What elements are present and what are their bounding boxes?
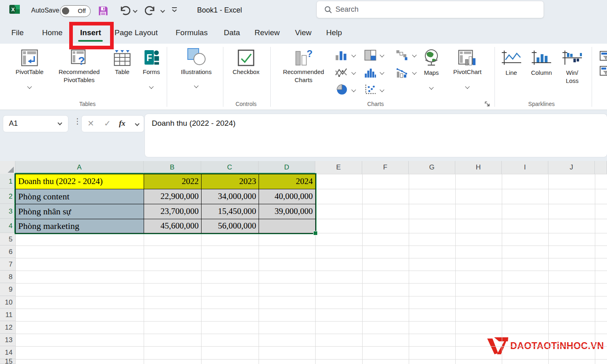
recommended-pivottables-button[interactable]: ? Recommended PivotTables (54, 49, 104, 84)
row-header-4[interactable]: 4 (0, 219, 15, 233)
search-input[interactable]: Search (316, 1, 544, 18)
cell-A2[interactable]: Phòng content (16, 189, 144, 204)
winloss-sparkline-button[interactable]: Win/ Loss (561, 49, 584, 85)
name-box[interactable]: A1 (3, 116, 68, 132)
cell-B2[interactable]: 22,900,000 (144, 189, 201, 204)
combo-chart-dropdown-icon[interactable] (412, 70, 416, 74)
undo-dropdown-icon[interactable] (133, 8, 137, 13)
formula-bar-grip-icon[interactable]: ⋮ (74, 116, 81, 126)
row-header-6[interactable]: 6 (0, 245, 15, 258)
column-header-A[interactable]: A (15, 161, 144, 174)
enter-icon[interactable]: ✓ (104, 119, 111, 128)
forms-button[interactable]: F Forms (139, 49, 163, 76)
column-header-G[interactable]: G (409, 161, 455, 174)
cell-C4[interactable]: 56,000,000 (202, 219, 259, 233)
tab-home[interactable]: Home (42, 28, 63, 37)
row-header-12[interactable]: 12 (0, 321, 15, 334)
histogram-chart-icon[interactable] (364, 67, 376, 78)
cell-A4[interactable]: Phòng marketing (16, 219, 144, 233)
column-header-B[interactable]: B (144, 161, 201, 174)
hierarchy-chart-dropdown-icon[interactable] (380, 53, 384, 57)
tab-page-layout[interactable]: Page Layout (115, 28, 158, 37)
column-header-H[interactable]: H (455, 161, 502, 174)
tab-data[interactable]: Data (224, 28, 240, 37)
cell-B3[interactable]: 23,700,000 (144, 204, 201, 219)
slicer-icon[interactable] (600, 51, 607, 61)
cancel-icon[interactable]: ✕ (87, 119, 94, 128)
row-header-11[interactable]: 11 (0, 309, 15, 321)
line-sparkline-button[interactable]: Line (500, 49, 522, 77)
pie-chart-dropdown-icon[interactable] (351, 87, 356, 92)
row-header-2[interactable]: 2 (0, 189, 15, 204)
scatter-chart-dropdown-icon[interactable] (380, 87, 384, 92)
column-header-partial[interactable] (595, 161, 607, 174)
row-header-5[interactable]: 5 (0, 233, 15, 245)
row-header-15[interactable]: 15 (0, 359, 15, 364)
cell-C2[interactable]: 34,000,000 (202, 189, 259, 204)
insert-function-icon[interactable]: fx (119, 119, 125, 128)
waterfall-chart-dropdown-icon[interactable] (412, 53, 416, 57)
column-header-J[interactable]: J (548, 161, 595, 174)
formula-input[interactable]: Doanh thu (2022 - 2024) (145, 114, 607, 157)
row-header-1[interactable]: 1 (0, 174, 15, 189)
column-chart-dropdown-icon[interactable] (351, 53, 356, 57)
pivotchart-button[interactable]: PivotChart (449, 49, 486, 76)
table-button[interactable]: Table (110, 49, 134, 76)
column-header-E[interactable]: E (315, 161, 362, 174)
row-header-8[interactable]: 8 (0, 271, 15, 283)
waterfall-chart-icon[interactable] (396, 50, 408, 61)
column-header-F[interactable]: F (362, 161, 409, 174)
name-box-dropdown-icon[interactable] (57, 121, 62, 125)
hierarchy-chart-icon[interactable] (364, 50, 376, 61)
illustrations-button[interactable]: Illustrations (174, 48, 219, 76)
cell-C3[interactable]: 15,450,000 (202, 204, 259, 219)
scatter-chart-icon[interactable] (364, 84, 376, 95)
redo-icon[interactable] (145, 5, 157, 17)
row-header-13[interactable]: 13 (0, 334, 15, 346)
checkbox-button[interactable]: Checkbox (230, 49, 262, 76)
recommended-charts-button[interactable]: ? Recommended Charts (278, 49, 329, 84)
cell-B4[interactable]: 45,600,000 (144, 219, 201, 233)
tab-formulas[interactable]: Formulas (176, 28, 208, 37)
line-chart-dropdown-icon[interactable] (351, 70, 356, 74)
column-sparkline-button[interactable]: Column (527, 49, 556, 77)
undo-icon[interactable] (118, 5, 130, 17)
tab-file[interactable]: File (11, 28, 24, 37)
cell-D1[interactable]: 2024 (259, 174, 315, 189)
timeline-icon[interactable] (600, 66, 607, 76)
cell-D2[interactable]: 40,000,000 (259, 189, 315, 204)
save-icon[interactable] (97, 5, 109, 17)
cell-C1[interactable]: 2023 (202, 174, 259, 189)
annotation-highlight-box (69, 22, 114, 49)
row-header-7[interactable]: 7 (0, 258, 15, 271)
function-dropdown-icon[interactable] (135, 121, 139, 126)
redo-dropdown-icon[interactable] (160, 8, 165, 13)
cell-A3[interactable]: Phòng nhân sự (16, 204, 144, 219)
tab-review[interactable]: Review (255, 28, 280, 37)
cell-A1[interactable]: Doanh thu (2022 - 2024) (16, 174, 144, 189)
pie-chart-icon[interactable] (336, 84, 348, 95)
charts-dialog-launcher-icon[interactable] (484, 101, 490, 107)
column-chart-icon[interactable] (335, 50, 347, 61)
cell-D3[interactable]: 39,000,000 (259, 204, 315, 219)
autosave-toggle[interactable]: Off (60, 5, 91, 17)
line-chart-icon[interactable] (335, 67, 347, 78)
column-header-I[interactable]: I (502, 161, 548, 174)
maps-button[interactable]: Maps (419, 49, 444, 77)
pivottable-button[interactable]: PivotTable (15, 49, 44, 76)
histogram-chart-dropdown-icon[interactable] (380, 70, 384, 74)
combo-chart-icon[interactable] (396, 67, 408, 78)
fill-handle[interactable] (313, 231, 318, 235)
row-header-9[interactable]: 9 (0, 283, 15, 296)
column-header-C[interactable]: C (201, 161, 259, 174)
tab-view[interactable]: View (295, 28, 312, 37)
svg-text:F: F (146, 53, 152, 63)
row-header-10[interactable]: 10 (0, 296, 15, 309)
tab-help[interactable]: Help (326, 28, 342, 37)
select-all-button[interactable] (0, 161, 15, 174)
row-header-3[interactable]: 3 (0, 204, 15, 219)
cell-B1[interactable]: 2022 (144, 174, 201, 189)
cell-D4[interactable] (259, 219, 315, 233)
quick-access-menu-icon[interactable] (171, 6, 178, 13)
column-header-D[interactable]: D (259, 161, 315, 174)
